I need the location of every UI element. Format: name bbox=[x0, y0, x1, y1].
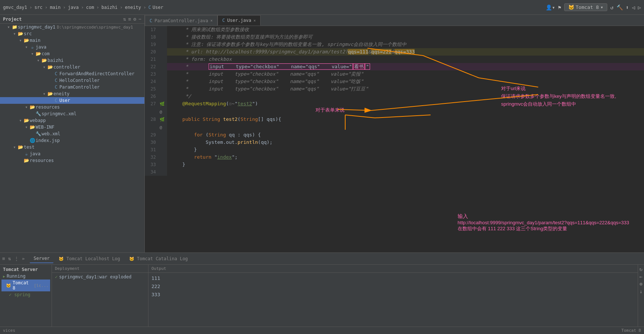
tomcat-server-item[interactable]: 🐱 Tomcat 8 [lc... bbox=[1, 280, 50, 291]
sidebar-item-eneity[interactable]: ▾ 📂 eneity bbox=[0, 90, 144, 97]
breadcrumb-com[interactable]: com bbox=[86, 5, 94, 10]
tomcat-button[interactable]: 🐱 Tomcat 8 ▾ bbox=[564, 3, 607, 11]
sidebar-item-baizhi[interactable]: ▾ 📂 baizhi bbox=[0, 57, 144, 64]
deployment-item[interactable]: ✓ springmvc_day1:war exploded bbox=[52, 273, 148, 281]
bottom-tab-server-label: Server bbox=[33, 256, 49, 261]
code-line-18: 18 * 接收数组: 将要接收数组类型直接声明为方法的形参即可 bbox=[145, 33, 644, 41]
tomcat-status-label: Tomcat 8 bbox=[621, 328, 641, 333]
output-line-222: 222 bbox=[151, 282, 635, 291]
code-line-17: 17 * 用来测试数组类型参数接收 bbox=[145, 26, 644, 33]
input-highlight-22: input type="checkbox" name="qqs" value=" bbox=[209, 63, 353, 70]
server-section: Tomcat Server ▶ Running 🐱 Tomcat 8 [lc..… bbox=[0, 265, 52, 334]
code-line-28: 28 🌿 @ public String test2(String[] qqs)… bbox=[145, 116, 644, 131]
sidebar-item-test-java[interactable]: ▸ ☕ java bbox=[0, 151, 144, 157]
bottom-tab-bar: ≡ ⇅ ⋮ » Server 🐱 Tomcat Localhost Log 🐱 … bbox=[0, 253, 644, 265]
update-icon[interactable]: ⬆ bbox=[626, 4, 629, 10]
server-title: Tomcat Server bbox=[1, 266, 50, 273]
project-title: Project bbox=[3, 17, 22, 22]
back-icon[interactable]: ◁ bbox=[632, 4, 635, 10]
spring-item[interactable]: ✓ spring bbox=[1, 291, 50, 298]
bottom-sort-icon[interactable]: ≡ bbox=[1, 255, 6, 262]
bottom-sort2-icon[interactable]: ⇅ bbox=[7, 255, 12, 262]
bottom-tab-server[interactable]: Server bbox=[30, 254, 53, 263]
output-down-icon[interactable]: ↓ bbox=[640, 288, 643, 294]
forward-icon[interactable]: ▷ bbox=[638, 4, 641, 10]
output-stop-icon[interactable]: ⊗ bbox=[640, 281, 643, 287]
sidebar-item-webinf[interactable]: ▾ 📂 WEB-INF bbox=[0, 124, 144, 130]
sidebar-item-resources[interactable]: ▾ 📂 resources bbox=[0, 104, 144, 110]
sidebar-item-hello-controller[interactable]: ▸ C HelloController bbox=[0, 77, 144, 84]
sidebar-sort-icon[interactable]: ≡ bbox=[128, 16, 131, 22]
output-line-111: 111 bbox=[151, 274, 635, 282]
code-line-23: 23 * input type="checkbox" name="qqs" va… bbox=[145, 70, 644, 78]
breadcrumb-eneity[interactable]: eneity bbox=[125, 5, 141, 10]
refresh-icon[interactable]: ↺ bbox=[610, 4, 613, 10]
sidebar-item-controller[interactable]: ▾ 📂 controller bbox=[0, 64, 144, 70]
sidebar-item-test[interactable]: ▾ 📂 test bbox=[0, 144, 144, 151]
sidebar-toolbar: ⇅ ≡ ⚙ − bbox=[123, 16, 141, 22]
bottom-tab-localhost-log[interactable]: 🐱 Tomcat Localhost Log bbox=[55, 255, 124, 263]
breadcrumb-gmvc[interactable]: gmvc_day1 bbox=[3, 5, 27, 10]
breadcrumb-user[interactable]: C bbox=[148, 5, 151, 10]
sidebar: Project ⇅ ≡ ⚙ − ▾ 📁 springmvc_day1 D:\sp… bbox=[0, 15, 145, 252]
editor-area: C ParamController.java × C User.java × 1… bbox=[145, 15, 644, 252]
sidebar-item-webxml[interactable]: ▸ 🔧 web.xml bbox=[0, 130, 144, 137]
bottom-left-icons: ≡ ⇅ ⋮ » bbox=[1, 255, 25, 262]
tomcat-server-label: Tomcat 8 bbox=[13, 280, 32, 291]
sidebar-scroll-icon[interactable]: ⇅ bbox=[123, 16, 126, 22]
bottom-tab-catalina-log[interactable]: 🐱 Tomcat Catalina Log bbox=[125, 255, 192, 263]
tab-label-user: User.java bbox=[227, 18, 251, 23]
breadcrumb-src[interactable]: src bbox=[35, 5, 43, 10]
sidebar-item-forward-controller[interactable]: ▸ C ForwardAndRedirectController bbox=[0, 70, 144, 77]
sidebar-item-main[interactable]: ▾ 📂 main bbox=[0, 37, 144, 44]
output-toolbar: ↻ ← ⊗ ↓ bbox=[638, 265, 644, 334]
output-back-icon[interactable]: ← bbox=[640, 274, 643, 280]
build-icon[interactable]: 🔨 bbox=[617, 4, 623, 10]
tomcat-log-icon: 🐱 bbox=[59, 257, 64, 261]
root-path: D:\springmvccode\springmvc_day1 bbox=[57, 25, 133, 30]
project-tree: ▾ 📁 springmvc_day1 D:\springmvccode\spri… bbox=[0, 24, 144, 164]
tab-paramcontroller[interactable]: C ParamController.java × bbox=[145, 15, 218, 26]
bottom-panel: ≡ ⇅ ⋮ » Server 🐱 Tomcat Localhost Log 🐱 … bbox=[0, 252, 644, 334]
sidebar-item-springmvc-xml[interactable]: ▸ 🔧 springmvc.xml bbox=[0, 110, 144, 117]
server-running-item[interactable]: ▶ Running bbox=[1, 273, 50, 280]
bottom-tree-icon[interactable]: ⋮ bbox=[13, 255, 20, 262]
sidebar-item-test-resources[interactable]: ▸ 📂 resources bbox=[0, 157, 144, 164]
output-refresh-icon[interactable]: ↻ bbox=[640, 266, 643, 272]
breadcrumb-user-name[interactable]: User bbox=[153, 5, 163, 10]
code-line-30: 30 System.out.println(qq); bbox=[145, 139, 644, 146]
sidebar-item-com[interactable]: ▾ 📂 com bbox=[0, 50, 144, 57]
tab-close-param[interactable]: × bbox=[210, 19, 213, 23]
breadcrumb-main[interactable]: main bbox=[50, 5, 61, 10]
code-line-19: 19 * 注意: 保证请求参数多个参数与key与声明的数组变量名一致, spri… bbox=[145, 41, 644, 48]
running-indicator: ▶ bbox=[3, 274, 5, 278]
sidebar-close-icon[interactable]: − bbox=[138, 16, 141, 22]
sidebar-item-java[interactable]: ▾ ☕ java bbox=[0, 44, 144, 50]
sidebar-item-webapp[interactable]: ▾ 📂 webapp bbox=[0, 117, 144, 124]
tomcat-server-icon: 🐱 bbox=[6, 283, 11, 288]
code-line-29: 29 for (String qq : qqs) { bbox=[145, 131, 644, 139]
code-line-27: 27 🌿 @ @RequestMapping(☉~"test2") bbox=[145, 100, 644, 116]
code-line-31: 31 } bbox=[145, 146, 644, 153]
sidebar-settings-icon[interactable]: ⚙ bbox=[133, 16, 136, 22]
breadcrumb-java[interactable]: java bbox=[68, 5, 79, 10]
code-editor[interactable]: 17 * 用来测试数组类型参数接收 18 * 接收数组: 将要接收数组类型直接声… bbox=[145, 26, 644, 252]
bottom-expand-icon[interactable]: » bbox=[21, 255, 26, 262]
sidebar-item-indexjsp[interactable]: ▸ 🌐 index.jsp bbox=[0, 137, 144, 144]
breadcrumb-baizhi[interactable]: baizhi bbox=[101, 5, 117, 10]
tab-user[interactable]: C User.java × bbox=[218, 15, 261, 26]
spring-label: spring bbox=[14, 292, 30, 297]
output-line-333: 333 bbox=[151, 291, 635, 299]
tab-icon-param: C bbox=[150, 18, 152, 23]
sidebar-item-param-controller[interactable]: ▸ C ParamController bbox=[0, 84, 144, 90]
sidebar-item-src[interactable]: ▾ 📂 src bbox=[0, 30, 144, 37]
deploy-check-icon: ✓ bbox=[55, 274, 58, 280]
profile-icon[interactable]: 👤▾ bbox=[546, 4, 555, 10]
code-line-26: 26 */ bbox=[145, 93, 644, 100]
vcs-icon[interactable]: ⚑ bbox=[558, 4, 561, 10]
sidebar-item-root[interactable]: ▾ 📁 springmvc_day1 D:\springmvccode\spri… bbox=[0, 24, 144, 30]
tomcat-run-icon: 🐱 bbox=[568, 4, 574, 10]
sidebar-item-user[interactable]: ▸ C User bbox=[0, 97, 144, 104]
deployment-section: Deployment ✓ springmvc_day1:war exploded bbox=[52, 265, 148, 334]
tab-close-user[interactable]: × bbox=[254, 19, 256, 23]
